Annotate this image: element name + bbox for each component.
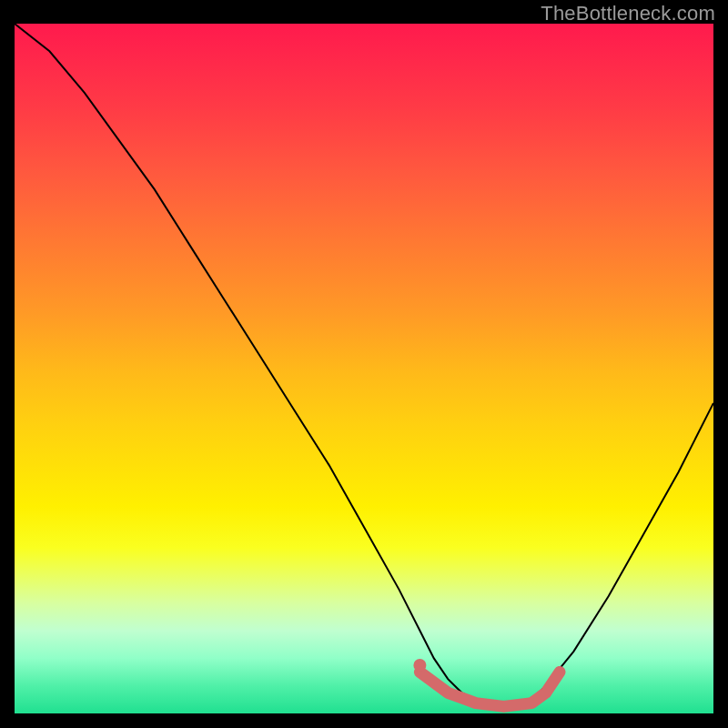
plot-area xyxy=(15,24,713,713)
watermark-text: TheBottleneck.com xyxy=(541,2,715,25)
chart-svg xyxy=(15,24,713,713)
highlight-start-dot xyxy=(413,659,426,672)
bottleneck-curve xyxy=(15,24,713,706)
chart-frame: TheBottleneck.com xyxy=(0,0,728,728)
optimal-range-highlight xyxy=(420,672,560,707)
